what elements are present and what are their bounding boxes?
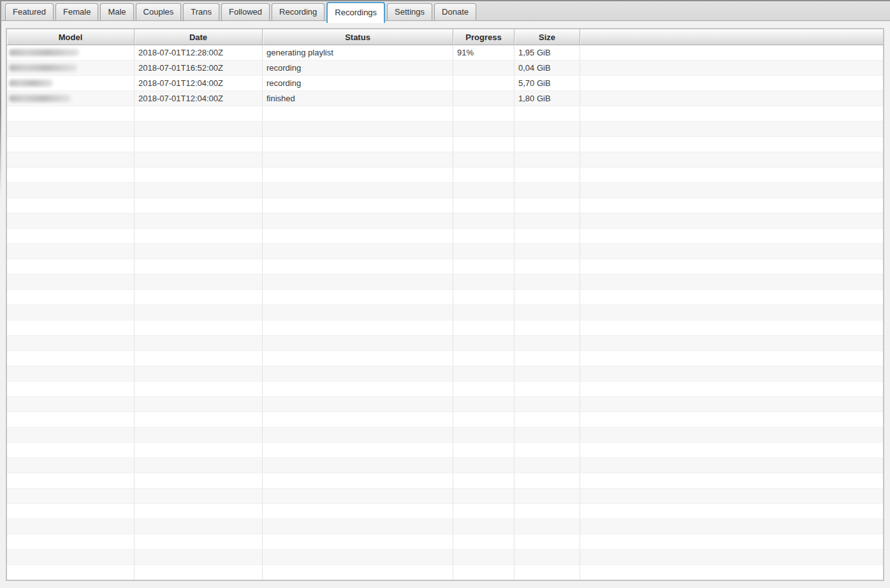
cell-date: [135, 259, 263, 274]
cell-model: [7, 412, 135, 427]
cell-size: [514, 198, 580, 213]
cell-progress: [453, 229, 514, 243]
cell-status: recording: [263, 76, 453, 90]
cell-progress: [453, 382, 514, 396]
cell-model: [7, 489, 135, 503]
tab-donate[interactable]: Donate: [434, 3, 476, 20]
tab-featured[interactable]: Featured: [5, 3, 54, 20]
cell-model: [7, 45, 135, 60]
cell-model: [7, 519, 135, 534]
cell-size: [514, 366, 580, 381]
cell-model: [7, 534, 135, 549]
cell-size: [514, 229, 580, 243]
cell-extra: [580, 305, 883, 320]
cell-date: [135, 489, 263, 503]
column-header-model[interactable]: Model: [7, 29, 135, 45]
cell-date: [135, 473, 263, 488]
cell-status: [263, 152, 453, 167]
column-header-date[interactable]: Date: [135, 29, 263, 45]
cell-model: [7, 320, 135, 335]
cell-status: [263, 382, 453, 396]
cell-date: 2018-07-01T12:04:00Z: [135, 91, 263, 106]
cell-date: [135, 213, 263, 228]
cell-date: [135, 183, 263, 197]
cell-progress: [453, 366, 514, 381]
cell-date: [135, 106, 263, 121]
tab-trans[interactable]: Trans: [183, 3, 219, 20]
cell-progress: [453, 106, 514, 121]
tab-couples[interactable]: Couples: [136, 3, 182, 20]
cell-extra: [580, 244, 883, 259]
column-header-size[interactable]: Size: [514, 29, 580, 45]
cell-model: [7, 61, 135, 75]
cell-size: [514, 519, 580, 534]
cell-status: [263, 534, 453, 549]
recording-row[interactable]: 2018-07-01T12:04:00Zrecording5,70 GiB: [7, 76, 883, 91]
tab-settings[interactable]: Settings: [387, 3, 432, 20]
empty-row: [7, 427, 883, 443]
cell-model: [7, 550, 135, 564]
empty-row: [7, 320, 883, 336]
cell-model: [7, 198, 135, 213]
cell-progress: [453, 320, 514, 335]
cell-status: [263, 213, 453, 228]
cell-status: [263, 244, 453, 259]
cell-extra: [580, 412, 883, 427]
cell-size: [514, 336, 580, 350]
cell-date: [135, 229, 263, 243]
cell-size: [514, 351, 580, 366]
cell-model: [7, 183, 135, 197]
cell-progress: [453, 519, 514, 534]
table-header-row: ModelDateStatusProgressSize: [7, 29, 883, 45]
empty-row: [7, 275, 883, 290]
recording-row[interactable]: 2018-07-01T12:04:00Zfinished1,80 GiB: [7, 91, 883, 106]
model-name-redacted: [9, 49, 79, 56]
cell-size: [514, 382, 580, 396]
empty-row: [7, 489, 883, 504]
cell-progress: [453, 168, 514, 182]
tab-female[interactable]: Female: [55, 3, 98, 20]
empty-row: [7, 366, 883, 382]
tab-male[interactable]: Male: [100, 3, 133, 20]
cell-model: [7, 427, 135, 442]
cell-date: [135, 427, 263, 442]
cell-extra: [580, 168, 883, 182]
tab-followed[interactable]: Followed: [221, 3, 270, 20]
empty-row: [7, 290, 883, 305]
empty-row: [7, 122, 883, 137]
recording-row[interactable]: 2018-07-01T16:52:00Zrecording0,04 GiB: [7, 61, 883, 76]
cell-size: 1,80 GiB: [514, 91, 580, 106]
cell-progress: [453, 489, 514, 503]
recordings-table: ModelDateStatusProgressSize 2018-07-01T1…: [6, 28, 884, 581]
empty-row: [7, 229, 883, 244]
column-header-status[interactable]: Status: [263, 29, 453, 45]
tab-recording[interactable]: Recording: [272, 3, 325, 20]
empty-row: [7, 259, 883, 275]
cell-status: [263, 336, 453, 350]
cell-date: [135, 320, 263, 335]
cell-date: [135, 152, 263, 167]
tab-recordings[interactable]: Recordings: [326, 2, 385, 23]
cell-model: [7, 351, 135, 366]
cell-extra: [580, 382, 883, 396]
cell-status: [263, 550, 453, 564]
cell-extra: [580, 259, 883, 274]
recording-row[interactable]: 2018-07-01T12:28:00Zgenerating playlist9…: [7, 45, 883, 61]
cell-extra: [580, 320, 883, 335]
cell-size: [514, 534, 580, 549]
cell-status: [263, 229, 453, 243]
cell-date: [135, 458, 263, 473]
empty-row: [7, 213, 883, 229]
column-header-progress[interactable]: Progress: [453, 29, 514, 45]
cell-status: [263, 305, 453, 320]
empty-row: [7, 504, 883, 519]
cell-size: [514, 412, 580, 427]
cell-extra: [580, 366, 883, 381]
empty-row: [7, 106, 883, 122]
cell-model: [7, 504, 135, 519]
cell-model: [7, 229, 135, 243]
cell-extra: [580, 290, 883, 305]
cell-size: [514, 397, 580, 412]
cell-progress: [453, 91, 514, 106]
cell-size: [514, 259, 580, 274]
